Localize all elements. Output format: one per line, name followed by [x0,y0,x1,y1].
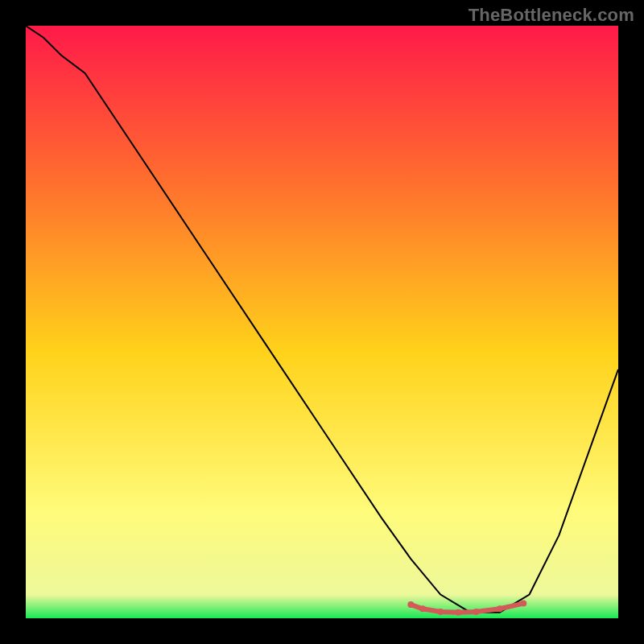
svg-point-4 [473,609,479,615]
svg-point-5 [497,605,503,612]
svg-point-2 [437,609,444,615]
svg-point-3 [455,609,461,616]
watermark-text: TheBottleneck.com [469,5,634,26]
svg-point-0 [407,601,414,608]
bottleneck-chart [26,26,618,618]
svg-point-1 [419,605,426,612]
gradient-background [26,26,618,618]
chart-container: TheBottleneck.com [0,0,644,644]
svg-point-6 [520,601,526,607]
